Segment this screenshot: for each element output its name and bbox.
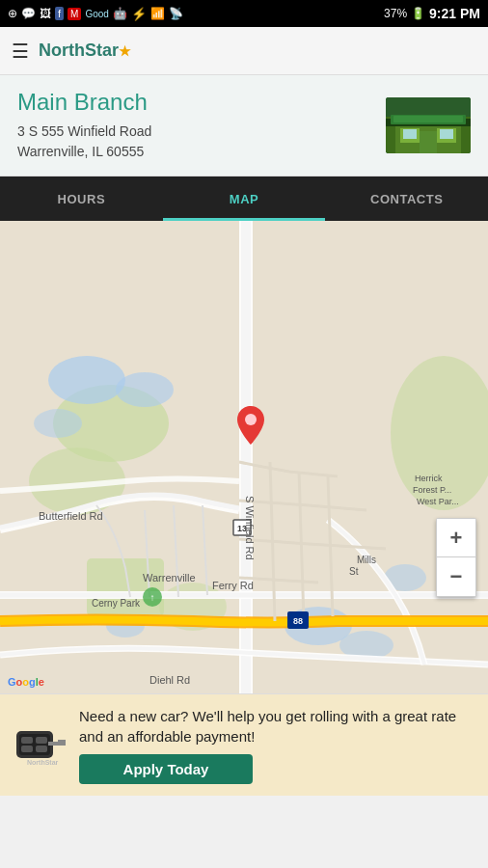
battery-percent: 37% — [384, 7, 407, 20]
svg-text:Mills: Mills — [357, 555, 376, 565]
svg-point-18 — [116, 372, 174, 407]
svg-rect-50 — [48, 742, 66, 746]
ad-text: Need a new car? We'll help you get rolli… — [79, 706, 476, 784]
apply-today-button[interactable]: Apply Today — [79, 754, 253, 784]
google-e: e — [39, 676, 44, 688]
tab-contacts[interactable]: CONTACTS — [325, 176, 488, 221]
status-right: 37% 🔋 9:21 PM — [384, 6, 480, 21]
ad-message: Need a new car? We'll help you get rolli… — [79, 706, 476, 746]
branch-address-line1: 3 S 555 Winfield Road — [17, 122, 151, 142]
svg-text:Herrick: Herrick — [415, 474, 443, 483]
bluetooth-icon: ⚡ — [131, 7, 147, 21]
car-key-icon: NorthStar — [12, 717, 69, 774]
svg-text:↑: ↑ — [150, 592, 155, 603]
hamburger-icon[interactable]: ☰ — [12, 40, 29, 63]
svg-text:NorthStar: NorthStar — [27, 759, 59, 766]
svg-point-19 — [34, 409, 82, 438]
map-section[interactable]: 88 13 S Winfield Rd Butterfield Rd Ferry… — [0, 221, 488, 693]
status-time: 9:21 PM — [429, 6, 480, 21]
tab-hours[interactable]: HOURS — [0, 176, 163, 221]
branch-image — [386, 97, 471, 153]
add-icon: ⊕ — [8, 7, 17, 20]
branch-image-inner — [386, 97, 471, 153]
map-svg: 88 13 S Winfield Rd Butterfield Rd Ferry… — [0, 221, 488, 693]
google-g2: g — [29, 676, 36, 688]
branch-name: Main Branch — [17, 89, 151, 116]
map-zoom-controls: + − — [436, 518, 476, 597]
zoom-in-button[interactable]: + — [437, 519, 475, 557]
svg-rect-9 — [403, 129, 417, 139]
svg-rect-47 — [36, 737, 47, 744]
facebook-icon: f — [55, 7, 64, 20]
tab-map-label: MAP — [230, 192, 258, 206]
svg-point-17 — [48, 356, 125, 404]
mail-icon: M — [68, 8, 81, 20]
svg-point-43 — [245, 414, 257, 425]
branch-address-line2: Warrenville, IL 60555 — [17, 142, 151, 162]
svg-rect-6 — [420, 131, 437, 153]
wifi-icon: 📶 — [150, 7, 165, 20]
svg-text:West Par...: West Par... — [417, 497, 459, 506]
status-icons-left: ⊕ 💬 🖼 f M Good 🤖 ⚡ 📶 📡 — [8, 7, 183, 21]
tab-hours-label: HOURS — [58, 192, 105, 206]
svg-rect-52 — [62, 740, 66, 742]
status-bar: ⊕ 💬 🖼 f M Good 🤖 ⚡ 📶 📡 37% 🔋 9:21 PM — [0, 0, 488, 27]
google-logo: Google — [8, 676, 44, 688]
svg-text:Cerny Park: Cerny Park — [92, 598, 141, 609]
svg-rect-48 — [21, 746, 33, 752]
svg-rect-49 — [36, 746, 47, 752]
svg-text:Butterfield Rd: Butterfield Rd — [39, 510, 103, 522]
logo: NorthStar★ — [39, 41, 131, 61]
svg-rect-51 — [58, 740, 62, 744]
messenger-icon: 💬 — [21, 7, 36, 20]
branch-info: Main Branch 3 S 555 Winfield Road Warren… — [0, 75, 488, 176]
image-icon: 🖼 — [40, 7, 51, 20]
google-g1: G — [8, 676, 16, 688]
svg-rect-8 — [393, 116, 463, 122]
tab-map[interactable]: MAP — [163, 176, 326, 221]
zoom-out-button[interactable]: − — [437, 557, 475, 596]
signal-icon: 📡 — [169, 7, 183, 20]
svg-text:Warrenville: Warrenville — [143, 572, 196, 583]
svg-text:88: 88 — [293, 616, 303, 626]
tab-contacts-label: CONTACTS — [370, 192, 443, 206]
svg-rect-10 — [440, 129, 453, 139]
branch-text: Main Branch 3 S 555 Winfield Road Warren… — [17, 89, 151, 162]
logo-text: NorthStar — [39, 41, 119, 60]
map-pin — [237, 406, 264, 441]
ad-banner: NorthStar Need a new car? We'll help you… — [0, 693, 488, 796]
branch-building-svg — [386, 97, 471, 153]
svg-text:Diehl Rd: Diehl Rd — [149, 674, 190, 686]
key-svg: NorthStar — [12, 717, 69, 774]
svg-text:S Winfield Rd: S Winfield Rd — [244, 496, 256, 560]
battery-icon: 🔋 — [411, 7, 425, 20]
svg-text:Ferry Rd: Ferry Rd — [212, 580, 254, 591]
map-container[interactable]: 88 13 S Winfield Rd Butterfield Rd Ferry… — [0, 221, 488, 693]
logo-star-icon: ★ — [119, 43, 131, 59]
svg-text:St: St — [349, 566, 359, 577]
svg-rect-46 — [21, 737, 33, 744]
tab-bar: HOURS MAP CONTACTS — [0, 176, 488, 221]
good-icon: Good — [85, 9, 108, 19]
svg-text:Forest P...: Forest P... — [413, 485, 451, 495]
android-icon: 🤖 — [113, 7, 127, 20]
nav-bar: ☰ NorthStar★ — [0, 27, 488, 75]
